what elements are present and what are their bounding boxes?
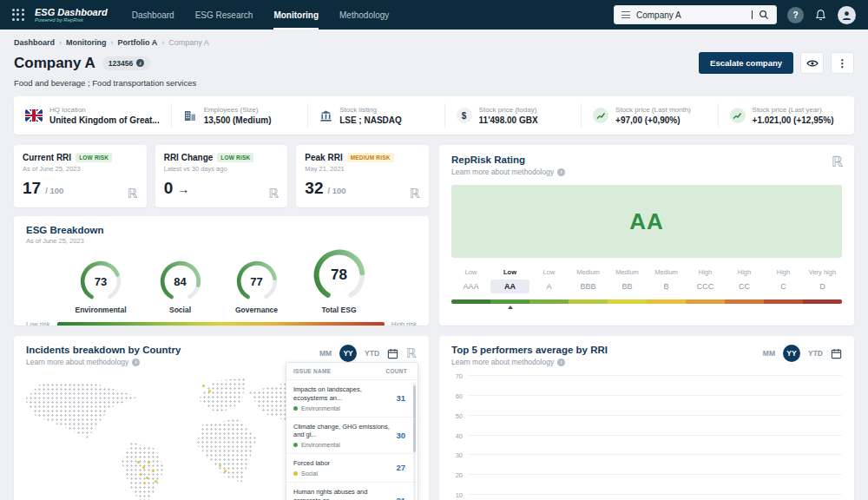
- info-stock-price-today: Stock price (today) 11'498.00 GBX: [444, 103, 581, 128]
- info-icon[interactable]: [136, 59, 144, 67]
- building-icon: [183, 109, 197, 122]
- company-sectors: Food and beverage ; Food transportation …: [0, 78, 868, 88]
- notifications-bell-icon[interactable]: [814, 9, 827, 22]
- scale-aa: LowAA: [490, 268, 529, 293]
- nav-item-methodology[interactable]: Methodology: [339, 0, 389, 30]
- rating-bar-segment-2: [529, 299, 569, 304]
- filter-yy[interactable]: YY: [783, 345, 800, 362]
- dashboard-grid: Current RRI LOW RISK As of June 25, 2023…: [14, 145, 854, 500]
- time-filters: MM YY YTD: [763, 345, 842, 362]
- card-title: Current RRI: [23, 153, 71, 162]
- issues-table-header: ISSUE NAME COUNT: [286, 363, 418, 380]
- search-icon[interactable]: [759, 10, 769, 20]
- gauge-label: Total ESG: [322, 306, 357, 314]
- info-icon: [132, 359, 140, 366]
- user-avatar[interactable]: [838, 6, 856, 24]
- nav-item-esg-research[interactable]: ESG Research: [195, 0, 253, 30]
- info-label: Stock price (today): [479, 106, 538, 114]
- gauge-total-esg: 78 Total ESG: [311, 247, 368, 314]
- y-tick-label: 60: [456, 391, 463, 399]
- table-row[interactable]: Impacts on landscapes, ecosystems an... …: [286, 380, 418, 418]
- map-europe: [198, 378, 247, 414]
- scale-bb: MediumBB: [608, 268, 647, 293]
- esg-gauges: 73 Environmental 84 Social: [26, 247, 417, 314]
- arrow-right-icon: →: [177, 182, 189, 196]
- nav-item-dashboard[interactable]: Dashboard: [132, 0, 174, 30]
- help-icon[interactable]: [787, 7, 804, 23]
- calendar-icon[interactable]: [387, 348, 398, 359]
- rating-value: AA: [629, 208, 664, 235]
- issue-count: 31: [396, 393, 405, 403]
- brand-logo[interactable]: ESG Dashboard Powered by RepRisk: [35, 7, 108, 23]
- search-value: Company A: [636, 10, 745, 20]
- breadcrumb-company-a: Company A: [168, 38, 209, 47]
- learn-more-link[interactable]: Learn more about methodology: [451, 168, 842, 176]
- filter-menu-icon[interactable]: [621, 11, 630, 18]
- current-rri-card: Current RRI LOW RISK As of June 25, 2023…: [14, 145, 147, 207]
- filter-mm[interactable]: MM: [763, 349, 775, 358]
- gauge-value: 73: [78, 259, 123, 304]
- gauge-environmental: 73 Environmental: [75, 259, 126, 314]
- learn-more-link[interactable]: Learn more about methodology: [451, 358, 608, 366]
- dollar-icon: [457, 108, 472, 123]
- watch-button[interactable]: [800, 52, 824, 74]
- col-issue-name: ISSUE NAME: [293, 368, 331, 374]
- top-navbar: ESG Dashboard Powered by RepRisk Dashboa…: [0, 0, 868, 30]
- filter-ytd[interactable]: YTD: [808, 349, 823, 358]
- more-options-button[interactable]: [831, 52, 854, 74]
- rri-value: 0: [164, 179, 174, 198]
- learn-more-text: Learn more about methodology: [451, 168, 554, 176]
- map-africa: [196, 418, 257, 483]
- escalate-company-button[interactable]: Escalate company: [699, 52, 793, 74]
- breadcrumb-monitoring[interactable]: Monitoring: [66, 38, 107, 47]
- table-row[interactable]: Forced labor Social 27: [286, 454, 418, 483]
- table-scrollbar[interactable]: [413, 382, 416, 500]
- breadcrumb-portfolio-a[interactable]: Portfolio A: [118, 38, 158, 47]
- rating-bar-segment-9: [803, 299, 842, 304]
- issues-table: ISSUE NAME COUNT Impacts on landscapes, …: [286, 362, 418, 500]
- performers-plotwrap: [467, 376, 842, 500]
- risk-badge: LOW RISK: [76, 153, 112, 162]
- breadcrumb-separator: [161, 38, 164, 47]
- rating-bar-segment-8: [764, 299, 803, 304]
- brand-subtitle: Powered by RepRisk: [35, 17, 108, 23]
- brand-name: ESG Dashboard: [35, 7, 108, 17]
- trend-up-icon: [730, 108, 746, 123]
- info-stock-listing: Stock listing LSE ; NASDAQ: [307, 103, 444, 128]
- info-icon: [557, 168, 565, 176]
- scale-d: Very highD: [803, 268, 842, 293]
- company-search-input[interactable]: Company A: [614, 5, 777, 24]
- info-hq-location: HQ location United Kingdom of Great...: [14, 103, 171, 128]
- incident-dot: [142, 466, 145, 469]
- issue-name: Climate change, GHG emissions, and gl...: [293, 423, 391, 440]
- map-south-america: [116, 442, 165, 500]
- filter-yy[interactable]: YY: [339, 345, 357, 362]
- esg-risk-scale: Low risk High risk: [26, 320, 417, 326]
- gauge-value: 78: [311, 247, 368, 304]
- filter-mm[interactable]: MM: [319, 349, 332, 358]
- app-launcher-icon[interactable]: [12, 9, 24, 21]
- col-count: COUNT: [385, 368, 407, 374]
- info-value: +1.021,00 (+12,95%): [753, 115, 834, 125]
- issue-category: Social: [301, 470, 318, 477]
- filter-ytd[interactable]: YTD: [365, 349, 379, 358]
- scale-c: HighC: [764, 268, 803, 293]
- calendar-icon[interactable]: [831, 348, 842, 359]
- header-actions: Escalate company: [699, 52, 854, 74]
- rating-bar-segment-1: [490, 299, 529, 304]
- table-row[interactable]: Climate change, GHG emissions, and gl...…: [286, 418, 418, 455]
- issue-name: Forced labor: [293, 459, 391, 468]
- info-label: Employees (Size): [204, 106, 272, 114]
- learn-more-text: Learn more about methodology: [451, 358, 554, 366]
- incident-dot: [146, 477, 148, 479]
- rating-bar-segment-0: [451, 299, 490, 304]
- gauge-label: Social: [169, 306, 191, 314]
- environmental-dot-icon: [293, 443, 298, 447]
- breadcrumb-dashboard[interactable]: Dashboard: [14, 38, 55, 47]
- table-row[interactable]: Human rights abuses and corporate co... …: [286, 483, 418, 500]
- issue-category: Environmental: [301, 405, 340, 411]
- incident-dot: [152, 470, 155, 472]
- y-tick-label: 10: [456, 491, 463, 499]
- nav-item-monitoring[interactable]: Monitoring: [273, 0, 319, 30]
- learn-more-link[interactable]: Learn more about methodology: [26, 358, 181, 366]
